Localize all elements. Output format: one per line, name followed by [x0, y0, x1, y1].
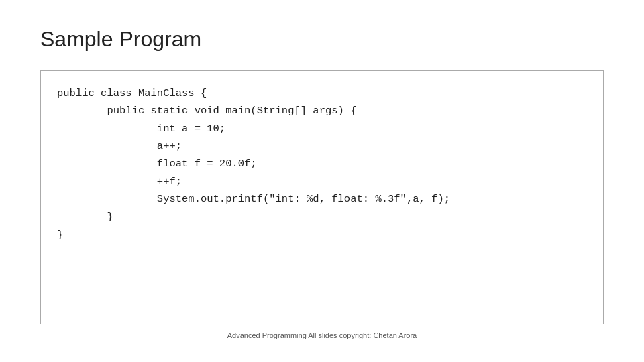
code-line: } — [57, 226, 587, 243]
code-line: public class MainClass { — [57, 84, 587, 102]
code-line: ++f; — [57, 173, 587, 190]
slide-container: Sample Program public class MainClass { … — [0, 0, 644, 362]
code-line: int a = 10; — [57, 120, 587, 137]
code-line: float f = 20.0f; — [57, 155, 587, 172]
code-line: public static void main(String[] args) { — [57, 102, 587, 119]
footer-text: Advanced Programming All slides copyrigh… — [40, 324, 604, 342]
code-line: } — [57, 208, 587, 225]
code-line: System.out.printf("int: %d, float: %.3f"… — [57, 190, 587, 208]
code-line: a++; — [57, 137, 587, 155]
code-box: public class MainClass { public static v… — [40, 70, 604, 324]
slide-title: Sample Program — [40, 27, 604, 52]
